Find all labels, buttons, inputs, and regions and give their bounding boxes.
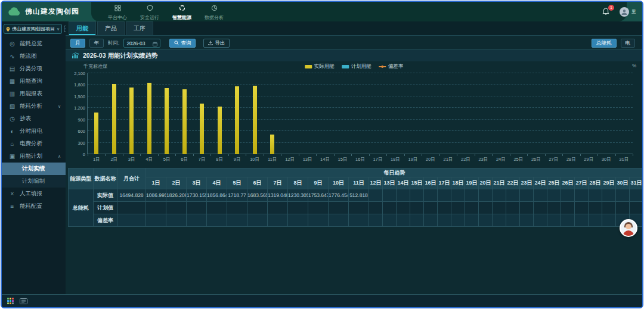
month-toggle-button[interactable]: 月 (70, 39, 85, 48)
export-button[interactable]: 导出 (203, 39, 230, 48)
electricity-button[interactable]: 电 (621, 39, 636, 48)
data-name-cell: 偏差率 (94, 214, 117, 227)
x-axis-tick-label: 13日 (303, 157, 312, 163)
app-title: 佛山建发陶创园 (25, 7, 79, 17)
top-nav: 平台中心 安全运行 智慧能源 数据分析 (108, 3, 224, 21)
app-grid-icon[interactable] (7, 298, 14, 304)
legend-item-计划用能[interactable]: 计划用能 (342, 63, 371, 70)
year-toggle-button[interactable]: 年 (89, 39, 104, 48)
sidebar-item-energy-report[interactable]: ▥用能报表 (2, 88, 66, 100)
total-energy-button[interactable]: 总能耗 (592, 39, 617, 48)
table-day-header: 15日 (410, 177, 424, 189)
sidebar-item-electricity-fee[interactable]: ⌂电费分析 (2, 138, 66, 150)
day-value-cell (369, 214, 383, 227)
day-value-cell (383, 214, 397, 227)
user-menu[interactable]: 里 (620, 7, 636, 17)
day-value-cell (589, 214, 602, 227)
day-value-cell (397, 202, 410, 214)
day-value-cell (493, 189, 506, 202)
search-button[interactable]: 查询 (169, 39, 196, 48)
sidebar-item-overview[interactable]: ◎能耗总览 (2, 38, 66, 50)
gridline (88, 119, 633, 120)
sidebar-item-plan-actual[interactable]: 计划实绩 (2, 163, 66, 175)
app-logo: 佛山建发陶创园 (8, 2, 79, 21)
tab-process[interactable]: 工序 (126, 21, 153, 35)
customer-service-avatar[interactable] (620, 219, 637, 237)
sidebar-item-energy-query[interactable]: ▦用能查询 (2, 75, 66, 88)
sidebar-item-time-of-use[interactable]: ◐分时用电 (2, 125, 66, 138)
chevron-icon: ∧ (58, 154, 61, 159)
sidebar-item-label: 人工填报 (20, 190, 42, 198)
x-axis-tick-label: 20日 (426, 157, 435, 163)
table-group-header: 每日趋势 (146, 168, 643, 177)
day-value-cell (616, 202, 630, 214)
time-input[interactable]: 2026-03 (123, 39, 160, 48)
gridline (88, 107, 633, 108)
table-day-header: 20日 (479, 177, 493, 189)
footer-bar (2, 294, 642, 307)
sidebar-item-meter-reading[interactable]: ◷抄表 (2, 113, 66, 125)
gridline (88, 73, 633, 73)
day-value-cell (520, 189, 534, 202)
sidebar-item-label: 抄表 (20, 115, 31, 123)
table-day-header: 25日 (547, 177, 561, 189)
x-axis-tick (140, 154, 141, 156)
sidebar-item-manual-report[interactable]: ×人工填报 (2, 188, 66, 200)
day-value-cell (493, 214, 506, 227)
day-value-cell: 1753.647 (308, 189, 329, 202)
day-value-cell (602, 214, 616, 227)
nav-smart-energy[interactable]: 智慧能源 (172, 3, 191, 21)
menu-list-icon[interactable] (20, 296, 27, 307)
legend-item-实际用能[interactable]: 实际用能 (305, 63, 335, 70)
table-day-header: 6日 (247, 177, 268, 189)
day-value-cell (547, 189, 561, 202)
sidebar-item-label: 计划编制 (22, 177, 45, 185)
day-value-cell (187, 214, 207, 227)
nav-platform-center[interactable]: 平台中心 (108, 3, 127, 21)
day-value-cell (616, 189, 630, 202)
tab-energy[interactable]: 用能 (69, 21, 96, 35)
notification-bell-icon[interactable]: 1 (602, 7, 611, 17)
day-value-cell (187, 202, 207, 214)
day-value-cell (534, 214, 547, 227)
day-value-cell (308, 214, 329, 227)
nav-safe-operation[interactable]: 安全运行 (140, 3, 159, 21)
pie-chart-icon (211, 3, 218, 14)
actual-energy-bar (165, 88, 169, 154)
sidebar-item-energy-config[interactable]: ≡能耗配置 (2, 200, 66, 213)
config-icon: ≡ (9, 203, 16, 210)
table-day-header: 11日 (349, 177, 369, 189)
sidebar-item-classification[interactable]: ▤分类分项 (2, 63, 66, 75)
x-axis-tick (228, 154, 229, 156)
day-value-cell (630, 202, 643, 214)
sidebar-item-plan-compile[interactable]: 计划编制 (2, 175, 66, 188)
user-avatar (620, 7, 629, 17)
sidebar-item-label: 用能查询 (20, 77, 42, 85)
x-axis-tick (175, 154, 176, 156)
table-day-header: 19日 (465, 177, 479, 189)
project-selector[interactable]: 佛山建发陶创园项目 ∨ (4, 24, 62, 34)
x-axis-tick (316, 154, 317, 156)
recycle-icon (179, 3, 185, 14)
clock-icon: ◷ (9, 116, 16, 122)
day-value-cell: 1826.209 (166, 189, 187, 202)
sidebar-item-label: 用能报表 (20, 90, 42, 98)
day-value-cell (589, 189, 602, 202)
nav-data-analysis[interactable]: 数据分析 (205, 3, 224, 21)
sidebar-item-label: 能流图 (20, 52, 37, 60)
sidebar-item-energy-analysis[interactable]: ▧能耗分析∨ (2, 100, 66, 113)
sidebar-item-energy-flow[interactable]: ∿能流图 (2, 50, 66, 63)
table-day-header: 16日 (424, 177, 438, 189)
legend-item-偏差率[interactable]: 偏差率 (379, 63, 404, 70)
energy-trend-chart: 千克标准煤 % 实际用能计划用能偏差率 03006009001,2001,500… (66, 61, 642, 166)
sidebar-item-energy-plan[interactable]: ▣用能计划∧ (2, 150, 66, 163)
x-axis-tick (105, 154, 106, 156)
tab-product[interactable]: 产品 (97, 21, 125, 35)
project-name: 佛山建发陶创园项目 (12, 26, 55, 32)
day-value-cell (451, 189, 465, 202)
x-axis-tick (193, 154, 194, 156)
table-day-header: 30日 (616, 177, 630, 189)
x-axis-tick (510, 154, 510, 156)
energy-type-cell: 总能耗 (69, 189, 94, 227)
table-day-header: 9日 (308, 177, 329, 189)
